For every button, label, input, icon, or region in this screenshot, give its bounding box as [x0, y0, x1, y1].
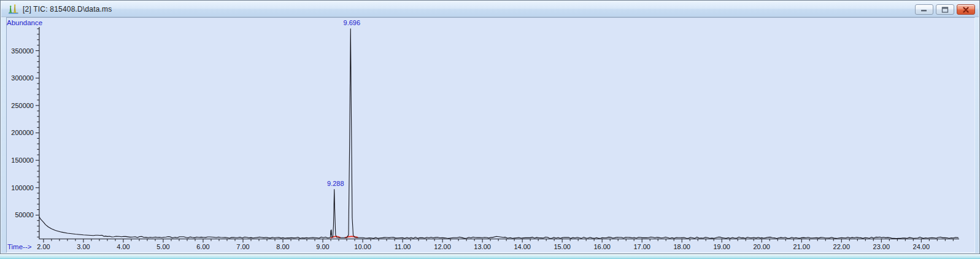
- x-tick-label: 23.00: [873, 243, 890, 250]
- x-tick-label: 10.00: [354, 243, 371, 250]
- x-tick-label: 16.00: [593, 243, 610, 250]
- x-tick-label: 21.00: [793, 243, 810, 250]
- minimize-button[interactable]: [915, 4, 933, 15]
- y-axis-title: Abundance: [7, 19, 42, 26]
- y-tick-label: 50000: [15, 211, 34, 218]
- x-tick-label: 18.00: [673, 243, 690, 250]
- titlebar[interactable]: [2] TIC: 815408.D\data.ms: [1, 1, 979, 17]
- x-tick-label: 3.00: [77, 243, 90, 250]
- x-tick-label: 4.00: [117, 243, 129, 250]
- x-axis-title: Time-->: [7, 243, 32, 250]
- x-tick-label: 6.00: [196, 243, 209, 250]
- peak-labels: 9.2889.696: [327, 19, 360, 187]
- x-tick-label: 22.00: [833, 243, 850, 250]
- maximize-button[interactable]: [936, 4, 954, 15]
- y-axis-ticks: 5000010000015000020000025000030000035000…: [11, 29, 39, 237]
- peak-label: 9.696: [344, 19, 360, 26]
- window-title: [2] TIC: 815408.D\data.ms: [23, 5, 112, 14]
- x-tick-label: 5.00: [156, 243, 169, 250]
- axes: [39, 27, 959, 239]
- x-tick-label: 19.00: [713, 243, 730, 250]
- x-tick-label: 9.00: [316, 243, 329, 250]
- chromatogram-plot-area[interactable]: 2.003.004.005.006.007.008.009.0010.0011.…: [6, 17, 975, 253]
- x-tick-label: 15.00: [554, 243, 570, 250]
- screen: [2] TIC: 815408.D\data.ms 2.003.004.005.…: [0, 0, 980, 259]
- y-tick-label: 200000: [11, 130, 34, 137]
- x-tick-label: 13.00: [474, 243, 490, 250]
- x-tick-label: 17.00: [633, 243, 650, 250]
- x-axis-ticks: 2.003.004.005.006.007.008.009.0010.0011.…: [37, 239, 953, 250]
- chromatogram-window: [2] TIC: 815408.D\data.ms 2.003.004.005.…: [0, 0, 980, 254]
- x-tick-label: 8.00: [276, 243, 289, 250]
- x-tick-label: 11.00: [395, 243, 411, 250]
- chromatogram-icon: [8, 4, 19, 15]
- x-tick-label: 2.00: [37, 243, 50, 250]
- window-controls: [915, 4, 975, 15]
- y-tick-label: 100000: [11, 184, 34, 191]
- x-tick-label: 7.00: [236, 243, 249, 250]
- x-tick-label: 24.00: [913, 243, 930, 250]
- y-tick-label: 250000: [11, 102, 34, 109]
- peak-label: 9.288: [327, 180, 344, 187]
- close-button[interactable]: [957, 4, 975, 15]
- background-window-edge: [0, 254, 980, 259]
- y-tick-label: 350000: [11, 47, 34, 55]
- x-tick-label: 12.00: [434, 243, 450, 250]
- x-tick-label: 20.00: [754, 243, 770, 250]
- x-tick-label: 14.00: [514, 243, 530, 250]
- tic-chart: 2.003.004.005.006.007.008.009.0010.0011.…: [7, 18, 974, 252]
- y-tick-label: 300000: [11, 74, 34, 82]
- y-tick-label: 150000: [11, 157, 34, 164]
- tic-trace: [39, 29, 959, 239]
